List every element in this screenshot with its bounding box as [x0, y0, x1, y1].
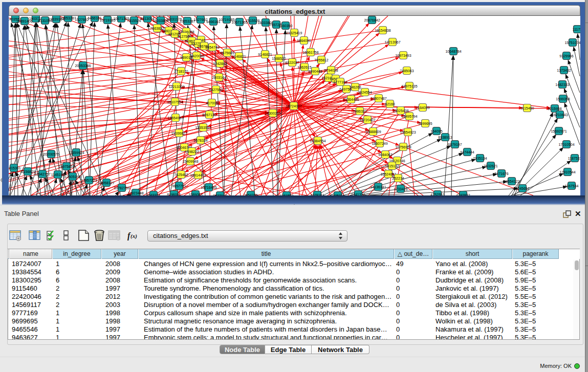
- svg-text:12942757: 12942757: [34, 172, 50, 176]
- svg-text:7625402: 7625402: [174, 173, 188, 177]
- svg-text:15716485: 15716485: [201, 186, 216, 189]
- svg-text:11325419: 11325419: [287, 31, 302, 35]
- svg-text:8495931: 8495931: [331, 194, 344, 196]
- svg-text:2654235: 2654235: [244, 193, 257, 196]
- svg-text:2164099: 2164099: [416, 106, 429, 110]
- svg-text:2718170: 2718170: [174, 70, 188, 73]
- svg-text:10025438: 10025438: [393, 109, 408, 113]
- svg-text:1588520: 1588520: [272, 57, 286, 60]
- svg-text:1161559: 1161559: [280, 194, 294, 196]
- svg-text:1864091: 1864091: [297, 39, 311, 42]
- svg-text:9474444: 9474444: [460, 150, 474, 154]
- svg-text:252214: 252214: [392, 177, 404, 180]
- svg-text:1145191: 1145191: [51, 173, 65, 177]
- svg-text:18607249: 18607249: [372, 142, 387, 145]
- svg-text:12353594: 12353594: [195, 126, 211, 129]
- svg-text:989013: 989013: [180, 56, 192, 59]
- svg-text:9699695: 9699695: [418, 122, 432, 125]
- svg-text:4752553: 4752553: [430, 193, 444, 196]
- svg-text:2935134: 2935134: [473, 157, 487, 160]
- svg-text:5675685: 5675685: [220, 51, 234, 55]
- svg-text:9242845: 9242845: [213, 62, 227, 65]
- svg-text:7632621: 7632621: [484, 164, 497, 168]
- svg-text:1167534: 1167534: [565, 184, 579, 188]
- svg-text:10958127: 10958127: [98, 181, 114, 185]
- svg-text:2803144: 2803144: [212, 76, 226, 79]
- svg-text:9146821: 9146821: [232, 55, 246, 58]
- svg-text:417006: 417006: [206, 101, 217, 105]
- svg-text:12505195: 12505195: [64, 175, 80, 179]
- svg-text:4192832: 4192832: [456, 193, 470, 196]
- svg-text:1160350: 1160350: [279, 24, 293, 28]
- svg-text:1615132: 1615132: [385, 164, 399, 168]
- svg-text:4078161: 4078161: [310, 193, 324, 196]
- svg-text:10654122: 10654122: [504, 180, 519, 183]
- svg-text:1498222: 1498222: [185, 150, 199, 154]
- svg-text:9777169: 9777169: [333, 80, 347, 84]
- svg-text:7986322: 7986322: [353, 110, 366, 113]
- svg-text:10973493: 10973493: [395, 54, 411, 57]
- svg-text:7485063: 7485063: [400, 69, 413, 73]
- svg-text:19166827: 19166827: [171, 132, 187, 135]
- svg-text:164095: 164095: [430, 129, 442, 133]
- svg-text:6322037: 6322037: [285, 61, 299, 64]
- svg-text:1527602: 1527602: [193, 18, 207, 21]
- svg-text:0341316: 0341316: [351, 193, 365, 196]
- svg-text:8938913: 8938913: [438, 136, 452, 139]
- svg-text:10807487: 10807487: [371, 97, 386, 100]
- svg-text:1373432: 1373432: [557, 69, 571, 72]
- svg-text:19384554: 19384554: [310, 139, 325, 143]
- svg-text:11156829: 11156829: [20, 170, 35, 173]
- svg-text:17910544: 17910544: [559, 170, 575, 174]
- svg-text:16154838: 16154838: [375, 29, 390, 32]
- svg-text:1527602: 1527602: [75, 18, 89, 21]
- svg-text:20876842: 20876842: [364, 18, 380, 22]
- svg-text:8471676: 8471676: [494, 172, 508, 176]
- svg-text:10648784: 10648784: [445, 50, 461, 53]
- svg-text:18724007: 18724007: [286, 104, 301, 108]
- svg-text:12213967: 12213967: [384, 40, 400, 44]
- svg-text:7515526: 7515526: [127, 19, 141, 23]
- svg-text:16210643: 16210643: [552, 113, 568, 117]
- svg-text:9245652: 9245652: [515, 187, 529, 190]
- svg-text:9115460: 9115460: [520, 106, 534, 110]
- svg-text:746266: 746266: [349, 85, 361, 89]
- svg-text:14136141: 14136141: [370, 185, 386, 189]
- svg-text:10688609: 10688609: [365, 130, 381, 134]
- svg-text:8267130: 8267130: [202, 113, 216, 117]
- svg-text:9084067: 9084067: [378, 153, 392, 157]
- svg-text:18300295: 18300295: [265, 112, 280, 115]
- svg-text:16961758: 16961758: [302, 51, 318, 54]
- svg-text:(x): (x): [130, 233, 137, 239]
- svg-text:12923448: 12923448: [127, 191, 143, 195]
- svg-text:8427552: 8427552: [209, 88, 223, 92]
- svg-text:12213309: 12213309: [168, 85, 184, 89]
- svg-text:62160: 62160: [385, 102, 395, 106]
- svg-text:17010504: 17010504: [558, 143, 574, 146]
- svg-text:16914479: 16914479: [190, 173, 206, 177]
- svg-text:1915301: 1915301: [9, 166, 21, 170]
- svg-text:10671365: 10671365: [231, 20, 247, 24]
- svg-text:10653287: 10653287: [179, 19, 195, 23]
- svg-text:10756928: 10756928: [395, 145, 411, 149]
- svg-text:20053346: 20053346: [75, 64, 91, 68]
- svg-text:13654987: 13654987: [167, 116, 183, 120]
- svg-text:6879197: 6879197: [448, 143, 462, 146]
- svg-text:16107554: 16107554: [167, 100, 183, 104]
- svg-text:1187533: 1187533: [568, 157, 580, 160]
- svg-text:10782759: 10782759: [114, 186, 129, 190]
- svg-text:8637940: 8637940: [213, 194, 227, 196]
- svg-text:1482333: 1482333: [555, 83, 569, 86]
- svg-text:11175: 11175: [573, 28, 580, 31]
- svg-text:19654923: 19654923: [400, 130, 416, 134]
- svg-text:12975135: 12975135: [401, 84, 417, 88]
- svg-text:18495794: 18495794: [401, 115, 417, 118]
- svg-text:5578334: 5578334: [193, 139, 207, 142]
- svg-text:1362615: 1362615: [297, 65, 311, 69]
- svg-text:10653287: 10653287: [60, 16, 76, 20]
- svg-text:9329966: 9329966: [559, 54, 573, 58]
- svg-text:15720407: 15720407: [359, 118, 375, 122]
- svg-text:16524851: 16524851: [380, 172, 396, 176]
- svg-text:21364436: 21364436: [343, 98, 359, 101]
- svg-text:3389083: 3389083: [188, 193, 202, 196]
